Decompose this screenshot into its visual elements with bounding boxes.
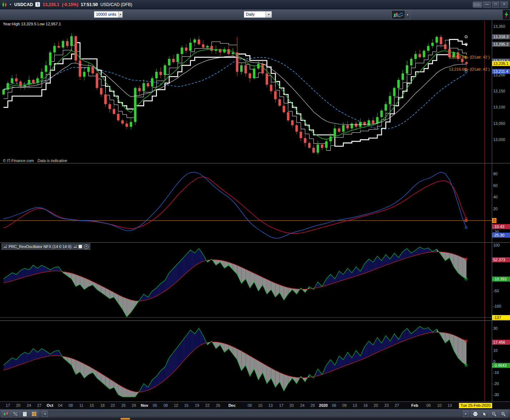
date-label: Nov bbox=[141, 403, 148, 408]
date-label: 06 bbox=[332, 403, 336, 408]
date-label: 08 bbox=[163, 403, 168, 408]
info-icon[interactable]: i bbox=[35, 2, 40, 7]
date-label: 24 bbox=[27, 403, 31, 408]
zoom-in-icon bbox=[501, 412, 506, 416]
date-label: 15 bbox=[90, 403, 94, 408]
copyright-text: © IT-Finance.com bbox=[3, 158, 34, 163]
scroll-left-button[interactable]: ◄ bbox=[42, 411, 48, 417]
wrench-icon[interactable] bbox=[3, 245, 7, 248]
date-label: 08 bbox=[69, 403, 73, 408]
maximize-button[interactable]: □ bbox=[492, 1, 499, 8]
date-label: 13 bbox=[448, 403, 452, 408]
chart-list-button[interactable] bbox=[2, 410, 10, 418]
date-label: 13 bbox=[353, 403, 357, 408]
horizontal-scrollbar[interactable] bbox=[48, 411, 463, 416]
zoom-in-button[interactable] bbox=[499, 410, 508, 418]
date-label: 05 bbox=[153, 403, 157, 408]
date-label: 17 bbox=[279, 403, 283, 408]
chart-canvas[interactable] bbox=[0, 0, 510, 420]
date-label: 29 bbox=[310, 403, 315, 408]
candles bbox=[2, 33, 468, 155]
print-button[interactable] bbox=[471, 410, 480, 418]
last-price: 13,235.1 bbox=[42, 2, 59, 7]
timeframe-value: Daily bbox=[244, 11, 266, 17]
date-label: 2020 bbox=[319, 403, 328, 408]
date-label: 09 bbox=[342, 403, 347, 408]
trading-window: ▼ USDCAD i 13,235.1 (-0.15%) 17:51:50 US… bbox=[0, 0, 510, 420]
close-button[interactable]: × bbox=[500, 1, 508, 8]
bottom-scrollbar[interactable] bbox=[0, 418, 510, 420]
clock: 17:51:50 bbox=[81, 2, 98, 7]
rex-oscillator-header: PRC_RexOscillator NFX (14 0 14 0) × bbox=[1, 243, 90, 250]
bottom-scroll-thumb[interactable] bbox=[121, 418, 130, 420]
chart-style-dropdown-icon[interactable]: ▼ bbox=[405, 10, 410, 19]
printer-icon bbox=[473, 412, 478, 416]
price-change: (-0.15%) bbox=[62, 2, 78, 7]
cursor-date-badge: Tue 25-Feb-2020 bbox=[459, 403, 492, 408]
panel-separator[interactable] bbox=[0, 320, 510, 321]
chart-style-button[interactable] bbox=[392, 10, 405, 19]
symbol-dropdown-icon[interactable]: ▼ bbox=[9, 3, 12, 6]
candles-icon bbox=[4, 412, 9, 416]
indicative-text: Data is indicative bbox=[37, 158, 67, 163]
properties-icon[interactable] bbox=[73, 245, 77, 248]
date-label: 10 bbox=[437, 403, 441, 408]
timeframe-dropdown-icon[interactable]: ▼ bbox=[266, 11, 272, 17]
instrument-candle-icon bbox=[2, 2, 7, 7]
date-label: 10 bbox=[258, 403, 262, 408]
date-label: 24 bbox=[300, 403, 304, 408]
notes-button[interactable] bbox=[20, 410, 29, 418]
date-label: Feb bbox=[411, 403, 418, 408]
year-range-label: Year:High 13,329.5 Low 12,957.1 bbox=[3, 22, 61, 26]
units-dropdown-icon[interactable]: ▼ bbox=[118, 11, 122, 17]
date-label: 19 bbox=[195, 403, 199, 408]
axis-separator bbox=[492, 20, 492, 409]
realtime-bolt-button[interactable] bbox=[503, 10, 510, 20]
main-price-chart bbox=[4, 40, 466, 151]
date-label: 29 bbox=[132, 403, 136, 408]
date-label: 20 bbox=[289, 403, 294, 408]
keyboard-icon[interactable] bbox=[473, 2, 482, 7]
date-label: Dec bbox=[228, 403, 236, 408]
atr-upper-label: 13,253.94 - (D1atr: 42 ) bbox=[410, 55, 490, 59]
timeframe-select[interactable]: Daily ▼ bbox=[244, 11, 272, 18]
scroll-right-button[interactable]: ► bbox=[463, 411, 469, 417]
percent-mode-button[interactable] bbox=[11, 410, 20, 418]
percent-icon bbox=[13, 412, 17, 416]
date-label: 15 bbox=[184, 403, 188, 408]
atr-lower-label: 13,216.66 - (D1atr: 42 ) bbox=[410, 67, 490, 71]
instrument-name: USD/CAD (DFB) bbox=[100, 2, 132, 7]
date-label: 23 bbox=[384, 403, 389, 408]
minimize-button[interactable]: — bbox=[483, 1, 491, 8]
date-label: Oct bbox=[47, 403, 53, 408]
rex-oscillator-small-panel bbox=[4, 327, 467, 397]
table-view-button[interactable] bbox=[30, 410, 38, 418]
pointer-icon bbox=[483, 412, 487, 416]
symbol-label: USDCAD bbox=[14, 2, 33, 7]
date-label: 04 bbox=[58, 403, 62, 408]
document-icon bbox=[23, 412, 27, 416]
copyright-label: © IT-Finance.comData is indicative bbox=[3, 158, 67, 163]
oscillator-panel bbox=[0, 172, 492, 238]
panel-separator[interactable] bbox=[0, 242, 510, 243]
status-bar: ◄ ► bbox=[0, 409, 510, 418]
date-label: 13 bbox=[268, 403, 273, 408]
date-label: 18 bbox=[100, 403, 105, 408]
date-label: 22 bbox=[111, 403, 115, 408]
panel-close-icon[interactable]: × bbox=[84, 244, 89, 249]
units-select[interactable]: 10000 units ▼ bbox=[94, 11, 123, 18]
rex-oscillator-panel bbox=[0, 247, 492, 317]
pointer-tool-button[interactable] bbox=[480, 410, 489, 418]
date-label: 27 bbox=[395, 403, 399, 408]
zoom-out-button[interactable] bbox=[490, 410, 498, 418]
date-label: 22 bbox=[205, 403, 209, 408]
date-label: 25 bbox=[121, 403, 126, 408]
date-axis[interactable]: Tue 25-Feb-2020 17202427Oct0408111518222… bbox=[0, 401, 510, 409]
chart-style-icon bbox=[393, 12, 403, 18]
date-label: 20 bbox=[374, 403, 378, 408]
title-bar: ▼ USDCAD i 13,235.1 (-0.15%) 17:51:50 US… bbox=[0, 0, 510, 9]
date-label: 11 bbox=[79, 403, 83, 408]
panel-separator[interactable] bbox=[0, 163, 510, 163]
toolbar: 10000 units ▼ Daily ▼ ▼ bbox=[0, 9, 510, 20]
panel-window-icon[interactable] bbox=[79, 245, 82, 248]
